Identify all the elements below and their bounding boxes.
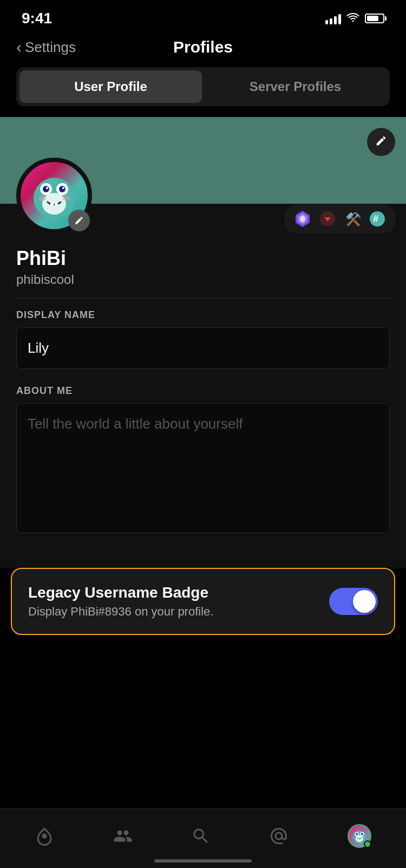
svg-point-1 bbox=[42, 193, 66, 215]
badge-crystal bbox=[292, 209, 313, 229]
display-name-label: DISPLAY NAME bbox=[16, 309, 390, 321]
legacy-badge-text: Legacy Username Badge Display PhiBi#8936… bbox=[28, 584, 318, 619]
status-bar: 9:41 bbox=[0, 0, 406, 33]
badge-hammer: ⚒️ bbox=[342, 209, 363, 229]
nav-friends[interactable] bbox=[113, 826, 133, 846]
about-me-label: ABOUT ME bbox=[16, 385, 390, 397]
status-icons bbox=[325, 11, 384, 25]
tabs-container: User Profile Server Profiles bbox=[16, 67, 390, 106]
profile-display-name: PhiBi bbox=[16, 247, 390, 270]
svg-point-25 bbox=[361, 833, 363, 835]
profile-card: PhiBi phibiscool DISPLAY NAME ABOUT ME bbox=[0, 204, 406, 568]
svg-point-4 bbox=[43, 186, 49, 192]
badge-downvote bbox=[317, 209, 338, 229]
svg-point-11 bbox=[62, 196, 70, 201]
toggle-track[interactable] bbox=[329, 588, 378, 615]
toggle-thumb bbox=[353, 590, 376, 613]
edit-banner-button[interactable] bbox=[367, 128, 395, 156]
svg-point-5 bbox=[59, 186, 66, 192]
tab-user-profile[interactable]: User Profile bbox=[19, 70, 202, 103]
status-time: 9:41 bbox=[22, 10, 52, 27]
legacy-badge-card: Legacy Username Badge Display PhiBi#8936… bbox=[11, 568, 395, 635]
battery-icon bbox=[365, 14, 384, 23]
svg-point-21 bbox=[356, 835, 363, 842]
svg-text:⚒️: ⚒️ bbox=[345, 211, 361, 227]
profile-banner: ⚒️ # bbox=[0, 117, 406, 204]
signal-icon bbox=[325, 12, 341, 24]
svg-point-24 bbox=[356, 833, 358, 835]
nav-profile[interactable] bbox=[348, 824, 371, 848]
back-chevron-icon: ‹ bbox=[16, 38, 22, 56]
page-title: Profiles bbox=[173, 38, 233, 56]
nav-home[interactable] bbox=[35, 826, 54, 846]
tab-server-profiles[interactable]: Server Profiles bbox=[204, 70, 387, 103]
svg-rect-9 bbox=[55, 203, 58, 206]
nav-search[interactable] bbox=[191, 826, 211, 846]
svg-rect-8 bbox=[50, 203, 54, 206]
svg-point-10 bbox=[38, 196, 46, 201]
legacy-badge-title: Legacy Username Badge bbox=[28, 584, 318, 601]
badges-row: ⚒️ # bbox=[285, 204, 395, 234]
legacy-badge-description: Display PhiBi#8936 on your profile. bbox=[28, 605, 318, 619]
avatar-container bbox=[16, 158, 92, 234]
avatar-edit-button[interactable] bbox=[68, 210, 90, 231]
svg-point-6 bbox=[46, 187, 48, 189]
svg-point-7 bbox=[62, 187, 64, 189]
edit-pencil-icon bbox=[375, 135, 387, 149]
display-name-input[interactable] bbox=[16, 327, 390, 369]
profile-handle: phibiscool bbox=[16, 272, 390, 287]
divider bbox=[16, 298, 390, 299]
back-button[interactable]: ‹ Settings bbox=[16, 38, 76, 56]
home-indicator bbox=[154, 859, 252, 863]
svg-point-19 bbox=[42, 833, 47, 838]
nav-mention[interactable] bbox=[269, 826, 289, 846]
legacy-badge-toggle[interactable] bbox=[329, 588, 378, 615]
back-label: Settings bbox=[25, 39, 76, 56]
wifi-icon bbox=[346, 11, 359, 25]
badge-hash: # bbox=[367, 209, 388, 229]
svg-text:#: # bbox=[373, 213, 378, 224]
about-me-textarea[interactable] bbox=[16, 403, 390, 533]
nav-bar: ‹ Settings Profiles bbox=[0, 33, 406, 67]
